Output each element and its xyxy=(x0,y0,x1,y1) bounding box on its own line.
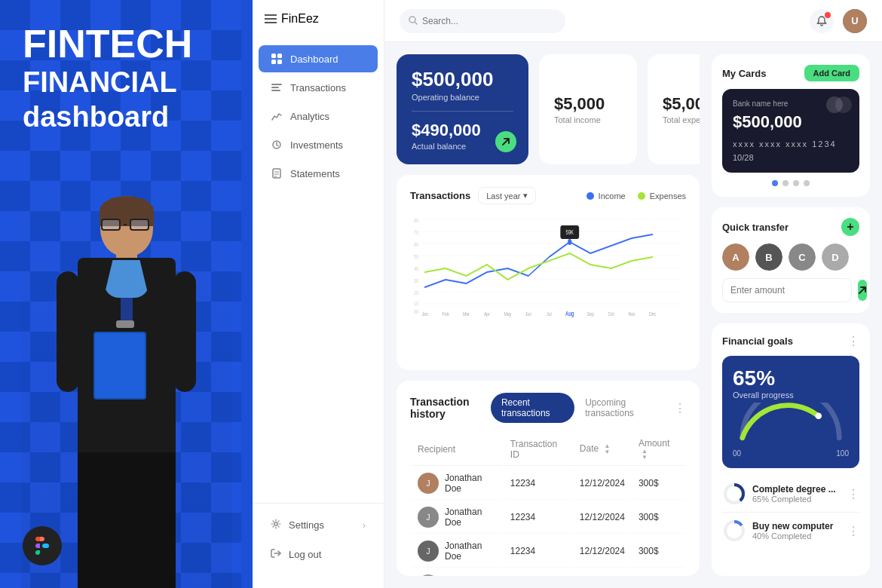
date-cell: 12/12/2024 xyxy=(574,467,631,500)
financial-goals-section: Financial goals ⋮ 65% Overall progress xyxy=(712,323,870,576)
credit-card: Bank name here $500,000 xxxx xxxx xxxx 1… xyxy=(722,89,859,173)
contact-avatar-3[interactable]: C xyxy=(789,243,816,271)
sidebar-item-analytics[interactable]: Analytics xyxy=(259,103,378,130)
card-dot-3[interactable] xyxy=(793,180,799,186)
chart-filter-label: Last year xyxy=(486,191,520,201)
chart-svg-wrap: 80 70 60 50 40 30 20 10 00 xyxy=(410,212,686,317)
add-card-button[interactable]: Add Card xyxy=(804,65,860,81)
contact-avatar-4[interactable]: D xyxy=(822,243,849,271)
svg-text:30: 30 xyxy=(414,277,418,283)
sidebar-item-label-analytics: Analytics xyxy=(290,111,329,122)
contact-avatar-1[interactable]: A xyxy=(722,243,749,271)
card-balance: $500,000 xyxy=(733,112,849,132)
transaction-tabs: Recent transactions Upcoming transaction… xyxy=(491,393,668,423)
recipient-name: Jonathan Doe xyxy=(445,473,497,494)
user-avatar[interactable]: U xyxy=(843,9,867,33)
svg-text:Aug: Aug xyxy=(565,310,574,317)
grid-icon xyxy=(271,53,283,65)
topbar: U xyxy=(384,0,882,42)
search-box[interactable] xyxy=(400,9,565,33)
recipient-cell: J Jonathan Doe xyxy=(412,569,503,576)
svg-rect-6 xyxy=(271,90,280,91)
search-input[interactable] xyxy=(422,16,556,26)
recipient-name: Jonathan Doe xyxy=(445,574,497,576)
investment-icon xyxy=(271,139,283,151)
chart-legend: Income Expenses xyxy=(586,191,686,201)
svg-rect-2 xyxy=(271,60,276,64)
overall-progress-label: Overall progress xyxy=(733,390,849,400)
transfer-send-button[interactable] xyxy=(858,280,867,301)
goal-pie-1 xyxy=(722,482,746,506)
title-dashboard: dashboard xyxy=(23,100,192,135)
transaction-history-header: Transaction history Recent transactions … xyxy=(410,393,686,423)
contact-avatar-2[interactable]: B xyxy=(755,243,782,271)
goal-more-icon-1[interactable]: ⋮ xyxy=(847,487,859,501)
my-cards-header: My Cards Add Card xyxy=(722,65,859,81)
goal-item-1: Complete degree ... 65% Completed ⋮ xyxy=(722,476,859,513)
table-row: J Jonathan Doe 12234 12/12/2024 300$ xyxy=(412,569,684,576)
main-content: U $500,000 Operating balance $490,000 Ac… xyxy=(384,0,882,588)
tab-upcoming-transactions[interactable]: Upcoming transactions xyxy=(574,393,668,423)
goal-pct-1: 65% Completed xyxy=(752,495,836,504)
sidebar-item-settings[interactable]: Settings › xyxy=(259,511,378,539)
svg-text:Sep: Sep xyxy=(587,311,594,317)
transaction-id-cell: 12234 xyxy=(504,467,572,500)
topbar-right: U xyxy=(810,9,867,33)
more-options-icon[interactable]: ⋮ xyxy=(674,401,686,415)
card-dot-4[interactable] xyxy=(804,180,810,186)
sidebar-item-logout[interactable]: Log out xyxy=(259,541,378,568)
transaction-id-cell: 12234 xyxy=(504,569,572,576)
title-fintech: FINTECH xyxy=(23,23,192,66)
svg-text:10: 10 xyxy=(414,300,418,306)
transfer-amount-input[interactable] xyxy=(722,278,852,302)
svg-text:80: 80 xyxy=(414,217,418,223)
operating-balance-amount: $500,000 xyxy=(412,68,513,91)
card-dot-1[interactable] xyxy=(772,180,778,186)
statement-icon xyxy=(271,167,283,179)
hamburger-icon[interactable] xyxy=(265,14,277,23)
financial-goals-title: Financial goals xyxy=(722,335,793,347)
sidebar-nav: Dashboard Transactions xyxy=(253,38,384,503)
person-illustration xyxy=(0,151,253,588)
sidebar-item-label-transactions: Transactions xyxy=(290,82,346,93)
add-contact-button[interactable]: + xyxy=(841,218,859,236)
legend-expenses: Expenses xyxy=(638,191,686,201)
svg-text:Nov: Nov xyxy=(628,311,635,317)
transactions-chart-card: Transactions Last year ▾ Income xyxy=(397,175,700,370)
recipient-cell: J Jonathan Doe xyxy=(412,535,503,568)
tab-recent-transactions[interactable]: Recent transactions xyxy=(491,393,574,423)
date-sort-icon[interactable]: ▲▼ xyxy=(605,443,611,455)
sidebar-item-statements[interactable]: Statements xyxy=(259,160,378,187)
card-number: xxxx xxxx xxxx 1234 xyxy=(733,139,849,149)
transaction-id-cell: 12234 xyxy=(504,535,572,568)
chart-filter-dropdown[interactable]: Last year ▾ xyxy=(478,187,536,204)
svg-rect-3 xyxy=(277,60,282,64)
card-pagination-dots xyxy=(722,180,859,186)
sidebar-footer: Settings › Log out xyxy=(253,503,384,576)
svg-rect-1 xyxy=(277,54,282,58)
svg-text:Oct: Oct xyxy=(608,311,614,317)
sidebar-item-label-settings: Settings xyxy=(289,519,324,531)
goals-more-icon[interactable]: ⋮ xyxy=(847,334,859,348)
sidebar-item-investments[interactable]: Investments xyxy=(259,131,378,158)
amount-cell: 300$ xyxy=(632,501,684,534)
sidebar-item-transactions[interactable]: Transactions xyxy=(259,74,378,101)
view-balance-button[interactable] xyxy=(495,131,516,152)
date-cell: 12/12/2024 xyxy=(574,501,631,534)
chart-icon xyxy=(271,110,283,122)
notification-button[interactable] xyxy=(810,9,834,33)
total-expenses-card: $5,000 Total expenses xyxy=(648,54,700,164)
amount-sort-icon[interactable]: ▲▼ xyxy=(642,449,648,461)
sidebar-item-dashboard[interactable]: Dashboard xyxy=(259,45,378,72)
col-amount: Amount ▲▼ xyxy=(632,433,684,466)
date-cell: 12/12/2024 xyxy=(574,569,631,576)
goal-more-icon-2[interactable]: ⋮ xyxy=(847,524,859,538)
table-row: J Jonathan Doe 12234 12/12/2024 300$ xyxy=(412,467,684,500)
transfer-input-row xyxy=(722,278,859,302)
headline: FINTECH FINANCIAL dashboard xyxy=(23,23,192,134)
card-dot-2[interactable] xyxy=(782,180,789,186)
search-icon xyxy=(409,14,418,28)
table-row: J Jonathan Doe 12234 12/12/2024 300$ xyxy=(412,501,684,534)
chart-title: Transactions xyxy=(410,190,470,201)
gauge-min-label: 00 xyxy=(733,449,741,458)
